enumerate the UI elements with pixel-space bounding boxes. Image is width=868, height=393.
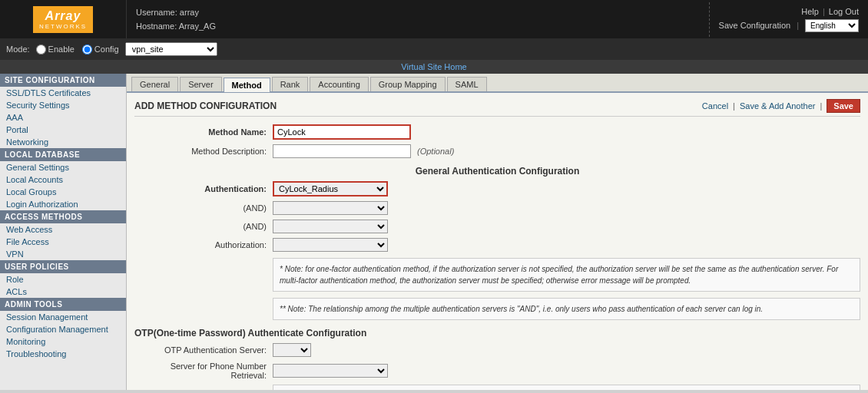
sidebar-section-admin-tools: ADMIN TOOLS: [0, 298, 126, 311]
sidebar-item-monitoring[interactable]: Monitoring: [0, 335, 126, 348]
logo-subtext: NETWORKS: [39, 23, 87, 30]
general-auth-title: General Authentication Configuration: [134, 166, 860, 177]
sidebar-section-local-db: LOCAL DATABASE: [0, 148, 126, 161]
method-name-row: Method Name:: [134, 124, 860, 140]
phone-retrieval-label: Server for Phone Number Retrieval:: [134, 362, 273, 380]
enable-mode-label[interactable]: Enable: [36, 45, 75, 54]
sidebar-item-vpn[interactable]: VPN: [0, 248, 126, 260]
username-value: array: [180, 8, 199, 17]
method-desc-input[interactable]: [273, 144, 411, 158]
authentication-row: Authentication: CyLock_Radius Option2: [134, 181, 860, 196]
hostname-display: Hostname: Array_AG: [136, 19, 700, 33]
method-desc-label: Method Description:: [134, 147, 273, 156]
enable-label: Enable: [48, 45, 75, 54]
action-links: Cancel | Save & Add Another | Save: [702, 99, 860, 113]
sidebar: SITE CONFIGURATION SSL/DTLS Certificates…: [0, 74, 127, 390]
tab-server[interactable]: Server: [180, 77, 221, 91]
hostname-value: Array_AG: [179, 21, 216, 31]
otp-auth-server-label: OTP Authentication Server:: [134, 345, 273, 355]
save-button[interactable]: Save: [827, 99, 860, 113]
sidebar-item-login-auth[interactable]: Login Authorization: [0, 198, 126, 210]
sidebar-item-local-accounts[interactable]: Local Accounts: [0, 173, 126, 186]
tab-group-mapping[interactable]: Group Mapping: [370, 77, 446, 91]
config-label: Config: [94, 45, 119, 54]
save-add-another-link[interactable]: Save & Add Another: [740, 101, 815, 111]
sidebar-item-general-settings[interactable]: General Settings: [0, 161, 126, 173]
tab-rank[interactable]: Rank: [272, 77, 309, 91]
tab-saml[interactable]: SAML: [447, 77, 487, 91]
tabs-bar: General Server Method Rank Accounting Gr…: [127, 74, 868, 93]
auth-note-1: * Note: for one-factor authentication me…: [273, 258, 860, 292]
and-select-1[interactable]: [273, 201, 388, 215]
otp-auth-server-row: OTP Authentication Server:: [134, 343, 860, 357]
section-title: ADD METHOD CONFIGURATION: [134, 101, 277, 111]
phone-retrieval-row: Server for Phone Number Retrieval:: [134, 362, 860, 380]
and-label-2: (AND): [134, 222, 273, 231]
mode-radio-group: Enable Config: [36, 45, 119, 54]
sidebar-item-role[interactable]: Role: [0, 273, 126, 286]
mode-label: Mode:: [6, 45, 30, 54]
sidebar-item-portal[interactable]: Portal: [0, 124, 126, 136]
sidebar-item-security[interactable]: Security Settings: [0, 99, 126, 111]
sidebar-item-web-access[interactable]: Web Access: [0, 223, 126, 236]
tab-accounting[interactable]: Accounting: [310, 77, 368, 91]
config-mode-label[interactable]: Config: [82, 45, 119, 54]
otp-section-title: OTP(One-time Password) Authenticate Conf…: [134, 328, 860, 339]
enable-radio[interactable]: [36, 45, 46, 54]
otp-auth-server-select[interactable]: [273, 343, 311, 357]
authentication-select[interactable]: CyLock_Radius Option2: [273, 181, 388, 196]
auth-label: Authentication:: [134, 184, 273, 193]
hostname-label: Hostname:: [136, 21, 177, 31]
method-desc-row: Method Description: (Optional): [134, 144, 860, 158]
sidebar-section-user-policies: USER POLICIES: [0, 260, 126, 273]
username-display: Username: array: [136, 5, 700, 19]
site-select[interactable]: vpn_site: [125, 42, 217, 56]
help-link[interactable]: Help: [801, 7, 819, 16]
virtual-site-home-link[interactable]: Virtual Site Home: [401, 62, 466, 71]
help-logout-links: Help | Log Out: [719, 7, 859, 16]
logo-text: Array: [45, 9, 81, 23]
cancel-link[interactable]: Cancel: [702, 101, 728, 111]
sidebar-item-acls[interactable]: ACLs: [0, 286, 126, 298]
sidebar-item-troubleshooting[interactable]: Troubleshooting: [0, 348, 126, 360]
optional-note: (Optional): [417, 147, 454, 156]
tab-general[interactable]: General: [131, 77, 178, 91]
sidebar-item-networking[interactable]: Networking: [0, 136, 126, 148]
auth-note-2: ** Note: The relationship among the mult…: [273, 298, 860, 320]
logout-link[interactable]: Log Out: [829, 7, 859, 16]
sidebar-item-file-access[interactable]: File Access: [0, 236, 126, 248]
authorization-row: Authorization:: [134, 238, 860, 252]
language-select[interactable]: English Japanese Chinese: [805, 19, 859, 32]
sidebar-section-site-config: SITE CONFIGURATION: [0, 74, 126, 87]
and-label-1: (AND): [134, 203, 273, 213]
save-configuration-link[interactable]: Save Configuration: [719, 21, 791, 30]
sidebar-section-access-methods: ACCESS METHODS: [0, 210, 126, 223]
content-area: General Server Method Rank Accounting Gr…: [127, 74, 868, 390]
authorization-select[interactable]: [273, 238, 388, 252]
sidebar-item-ssl[interactable]: SSL/DTLS Certificates: [0, 87, 126, 99]
tab-method[interactable]: Method: [224, 78, 270, 92]
sidebar-item-local-groups[interactable]: Local Groups: [0, 186, 126, 198]
method-name-input[interactable]: [273, 124, 411, 140]
sidebar-item-config-mgmt[interactable]: Configuration Management: [0, 323, 126, 335]
sidebar-item-session-mgmt[interactable]: Session Management: [0, 311, 126, 323]
and-select-2[interactable]: [273, 220, 388, 233]
phone-retrieval-select[interactable]: [273, 364, 388, 378]
authorization-label: Authorization:: [134, 240, 273, 249]
username-label: Username:: [136, 8, 177, 17]
otp-note-1: *Note:The Server for Phone Number Retrie…: [273, 385, 860, 390]
sidebar-item-aaa[interactable]: AAA: [0, 111, 126, 124]
method-name-label: Method Name:: [134, 127, 273, 137]
and-row-1: (AND): [134, 201, 860, 215]
and-row-2: (AND): [134, 220, 860, 233]
config-radio[interactable]: [82, 45, 92, 54]
